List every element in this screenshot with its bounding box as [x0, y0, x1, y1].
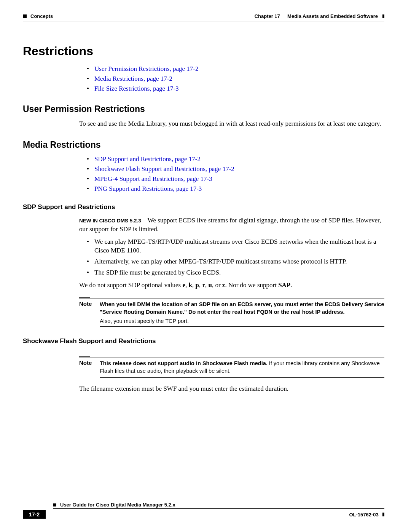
new-in-tag: NEW IN CISCO DMS 5.2.3	[79, 218, 141, 224]
heading-restrictions: Restrictions	[23, 44, 384, 58]
swf-note: Note This release does not support audio…	[79, 356, 384, 378]
sdp-note: Note When you tell DMM the location of a…	[79, 297, 384, 316]
sdp-intro: NEW IN CISCO DMS 5.2.3—We support ECDS l…	[79, 216, 384, 234]
swf-note-bottom-rule	[100, 377, 384, 378]
page-footer: User Guide for Cisco Digital Media Manag…	[23, 502, 384, 519]
swf-note-text: This release does not support audio in S…	[100, 359, 384, 375]
footer-bar-icon	[382, 513, 384, 516]
link-sdp-support[interactable]: SDP Support and Restrictions, page 17-2	[94, 155, 201, 163]
heading-media-restrictions: Media Restrictions	[23, 140, 384, 150]
header-rule	[23, 21, 384, 21]
header-section-label: Concepts	[30, 13, 53, 19]
page-number: 17-2	[23, 510, 46, 519]
sdp-note-bottom-rule	[100, 326, 384, 327]
header-square-icon	[23, 14, 27, 18]
link-user-permission-restrictions[interactable]: User Permission Restrictions, page 17-2	[94, 65, 198, 72]
link-swf-support[interactable]: Shockwave Flash Support and Restrictions…	[94, 165, 234, 173]
header-chapter-title: Media Assets and Embedded Software	[287, 13, 378, 19]
doc-id: OL-15762-03	[349, 512, 378, 518]
note-label: Note	[79, 359, 93, 366]
sdp-bullet-2: Alternatively, we can play other MPEG-TS…	[87, 257, 384, 266]
sdp-note-text: When you tell DMM the location of an SDP…	[100, 300, 384, 316]
swf-body: The filename extension must be SWF and y…	[79, 385, 384, 393]
sdp-bullet-3: The SDP file must be generated by Cisco …	[87, 268, 384, 277]
page-header: Concepts Chapter 17 Media Assets and Emb…	[23, 13, 384, 19]
footer-guide-title: User Guide for Cisco Digital Media Manag…	[60, 502, 175, 508]
note-label: Note	[79, 300, 93, 307]
heading-user-permission: User Permission Restrictions	[23, 104, 384, 114]
footer-square-icon	[53, 503, 56, 506]
header-bar-icon	[382, 14, 384, 18]
heading-swf: Shockwave Flash Support and Restrictions	[23, 337, 384, 345]
link-png-support[interactable]: PNG Support and Restrictions, page 17-3	[94, 185, 202, 192]
restrictions-toc: User Permission Restrictions, page 17-2 …	[79, 65, 384, 93]
sdp-unsupported: We do not support SDP optional values e,…	[79, 281, 384, 290]
link-file-size-restrictions[interactable]: File Size Restrictions, page 17-3	[94, 85, 178, 92]
heading-sdp: SDP Support and Restrictions	[23, 203, 384, 211]
media-restrictions-toc: SDP Support and Restrictions, page 17-2 …	[79, 155, 384, 193]
sdp-bullets: We can play MPEG-TS/RTP/UDP multicast st…	[87, 238, 384, 277]
user-permission-body: To see and use the Media Library, you mu…	[79, 120, 384, 128]
link-media-restrictions[interactable]: Media Restrictions, page 17-2	[94, 75, 172, 82]
link-mpeg4-support[interactable]: MPEG-4 Support and Restrictions, page 17…	[94, 175, 212, 182]
sdp-bullet-1: We can play MPEG-TS/RTP/UDP multicast st…	[87, 238, 384, 255]
sdp-note-sub: Also, you must specify the TCP port.	[100, 318, 384, 324]
header-chapter-number: Chapter 17	[255, 13, 280, 19]
